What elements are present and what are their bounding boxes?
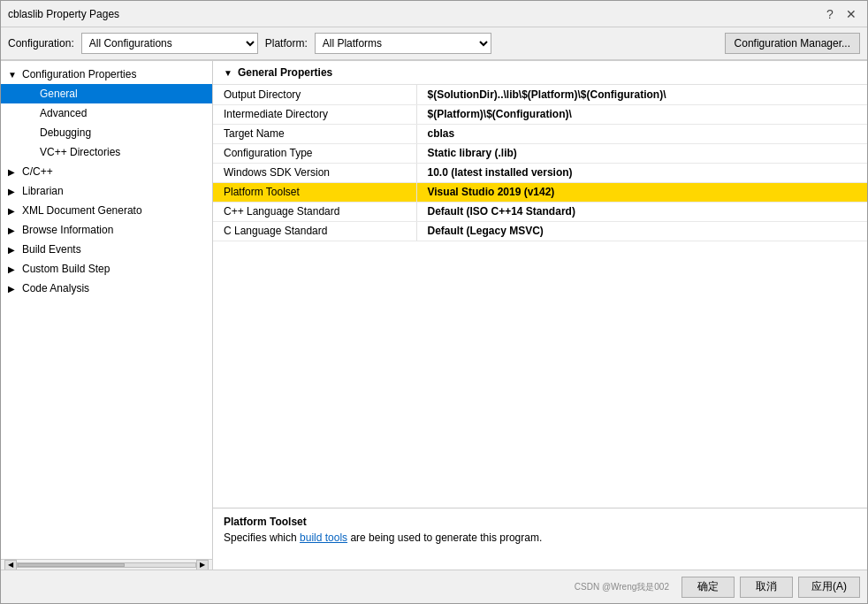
prop-value-target-name: cblas bbox=[416, 124, 867, 143]
scroll-track bbox=[17, 562, 196, 568]
bottom-bar: CSDN @Wreng我是002 确定 取消 应用(A) bbox=[1, 570, 867, 603]
left-panel: ▼ Configuration Properties GeneralAdvanc… bbox=[1, 61, 213, 570]
prop-label-config-type: Configuration Type bbox=[213, 143, 416, 163]
properties-area: ▼ General Properties Output Directory$(S… bbox=[213, 61, 867, 508]
tree-label-browse: Browse Information bbox=[22, 224, 113, 236]
tree-label-advanced: Advanced bbox=[40, 107, 87, 119]
root-arrow: ▼ bbox=[8, 70, 19, 80]
section-arrow: ▼ bbox=[224, 68, 232, 78]
toolbar-row: Configuration: All Configurations Platfo… bbox=[1, 27, 867, 60]
prop-value-config-type: Static library (.lib) bbox=[416, 143, 867, 163]
tree-item-advanced[interactable]: Advanced bbox=[1, 103, 212, 123]
tree-arrow-cpp: ▶ bbox=[8, 167, 19, 177]
tree-item-custom-build[interactable]: ▶Custom Build Step bbox=[1, 259, 212, 279]
tree-item-librarian[interactable]: ▶Librarian bbox=[1, 181, 212, 201]
configuration-select[interactable]: All Configurations bbox=[81, 33, 258, 54]
tree-arrow-custom-build: ▶ bbox=[8, 264, 19, 274]
prop-label-platform-toolset: Platform Toolset bbox=[213, 182, 416, 202]
platform-label: Platform: bbox=[265, 37, 308, 50]
tree-area: ▼ Configuration Properties GeneralAdvanc… bbox=[1, 61, 212, 559]
help-button[interactable]: ? bbox=[821, 5, 839, 23]
tree-item-debugging[interactable]: Debugging bbox=[1, 123, 212, 142]
tree-root[interactable]: ▼ Configuration Properties bbox=[1, 65, 212, 84]
config-label: Configuration: bbox=[8, 37, 74, 50]
title-bar-controls: ? ✕ bbox=[821, 5, 860, 23]
tree-scrollbar: ◀ ▶ bbox=[1, 559, 212, 570]
prop-value-output-dir: $(SolutionDir)..\lib\$(Platform)\$(Confi… bbox=[416, 85, 867, 104]
tree-item-xml-doc[interactable]: ▶XML Document Generato bbox=[1, 201, 212, 220]
prop-value-c-lang-std: Default (Legacy MSVC) bbox=[416, 221, 867, 241]
tree-item-general[interactable]: General bbox=[1, 84, 212, 103]
prop-row-target-name[interactable]: Target Namecblas bbox=[213, 124, 867, 143]
tree-label-build-events: Build Events bbox=[22, 243, 81, 256]
tree-label-general: General bbox=[40, 88, 78, 100]
description-panel: Platform Toolset Specifies which build t… bbox=[213, 508, 867, 570]
prop-label-c-lang-std: C Language Standard bbox=[213, 221, 416, 241]
cancel-button[interactable]: 取消 bbox=[740, 577, 793, 598]
tree-root-label: Configuration Properties bbox=[22, 68, 136, 80]
prop-value-platform-toolset: Visual Studio 2019 (v142) bbox=[416, 182, 867, 202]
tree-label-custom-build: Custom Build Step bbox=[22, 263, 110, 275]
tree-item-cpp[interactable]: ▶C/C++ bbox=[1, 162, 212, 181]
tree-arrow-librarian: ▶ bbox=[8, 187, 19, 196]
prop-label-output-dir: Output Directory bbox=[213, 85, 416, 104]
prop-row-cpp-lang-std[interactable]: C++ Language StandardDefault (ISO C++14 … bbox=[213, 202, 867, 221]
prop-row-c-lang-std[interactable]: C Language StandardDefault (Legacy MSVC) bbox=[213, 221, 867, 241]
title-bar: cblaslib Property Pages ? ✕ bbox=[1, 1, 867, 27]
ok-button[interactable]: 确定 bbox=[681, 577, 735, 598]
prop-value-cpp-lang-std: Default (ISO C++14 Standard) bbox=[416, 202, 867, 221]
tree-arrow-code-analysis: ▶ bbox=[8, 284, 19, 294]
scroll-left[interactable]: ◀ bbox=[4, 560, 17, 570]
prop-row-platform-toolset[interactable]: Platform ToolsetVisual Studio 2019 (v142… bbox=[213, 182, 867, 202]
tree-arrow-build-events: ▶ bbox=[8, 245, 19, 255]
tree-arrow-xml-doc: ▶ bbox=[8, 206, 19, 216]
properties-table: Output Directory$(SolutionDir)..\lib\$(P… bbox=[213, 85, 867, 241]
prop-row-output-dir[interactable]: Output Directory$(SolutionDir)..\lib\$(P… bbox=[213, 85, 867, 104]
prop-row-config-type[interactable]: Configuration TypeStatic library (.lib) bbox=[213, 143, 867, 163]
tree-item-browse[interactable]: ▶Browse Information bbox=[1, 220, 212, 240]
main-content: ▼ Configuration Properties GeneralAdvanc… bbox=[1, 60, 867, 570]
properties-section-header: ▼ General Properties bbox=[213, 61, 867, 85]
right-panel: ▼ General Properties Output Directory$(S… bbox=[213, 61, 867, 570]
tree-label-code-analysis: Code Analysis bbox=[22, 282, 89, 294]
config-manager-button[interactable]: Configuration Manager... bbox=[725, 33, 860, 54]
tree-item-code-analysis[interactable]: ▶Code Analysis bbox=[1, 279, 212, 298]
section-title: General Properties bbox=[238, 66, 332, 79]
build-tools-link[interactable]: build tools bbox=[300, 531, 347, 544]
prop-value-windows-sdk: 10.0 (latest installed version) bbox=[416, 163, 867, 182]
prop-value-intermediate-dir: $(Platform)\$(Configuration)\ bbox=[416, 104, 867, 124]
prop-label-windows-sdk: Windows SDK Version bbox=[213, 163, 416, 182]
tree-item-vc-directories[interactable]: VC++ Directories bbox=[1, 142, 212, 162]
prop-label-cpp-lang-std: C++ Language Standard bbox=[213, 202, 416, 221]
scroll-right[interactable]: ▶ bbox=[196, 560, 209, 570]
scroll-thumb[interactable] bbox=[18, 563, 125, 567]
prop-row-intermediate-dir[interactable]: Intermediate Directory$(Platform)\$(Conf… bbox=[213, 104, 867, 124]
property-pages-dialog: cblaslib Property Pages ? ✕ Configuratio… bbox=[0, 0, 868, 604]
description-title: Platform Toolset bbox=[224, 516, 857, 528]
tree-label-debugging: Debugging bbox=[40, 126, 91, 139]
prop-label-intermediate-dir: Intermediate Directory bbox=[213, 104, 416, 124]
description-text: Specifies which build tools are being us… bbox=[224, 531, 857, 544]
prop-row-windows-sdk[interactable]: Windows SDK Version10.0 (latest installe… bbox=[213, 163, 867, 182]
tree-label-xml-doc: XML Document Generato bbox=[22, 204, 142, 217]
platform-select[interactable]: All Platforms bbox=[315, 33, 491, 54]
tree-label-cpp: C/C++ bbox=[22, 165, 53, 178]
tree-label-librarian: Librarian bbox=[22, 185, 64, 197]
tree-label-vc-directories: VC++ Directories bbox=[40, 146, 120, 158]
prop-label-target-name: Target Name bbox=[213, 124, 416, 143]
close-button[interactable]: ✕ bbox=[842, 5, 860, 23]
apply-button[interactable]: 应用(A) bbox=[798, 577, 860, 598]
tree-item-build-events[interactable]: ▶Build Events bbox=[1, 240, 212, 259]
dialog-title: cblaslib Property Pages bbox=[8, 8, 119, 20]
tree-arrow-browse: ▶ bbox=[8, 226, 19, 235]
watermark: CSDN @Wreng我是002 bbox=[575, 581, 669, 593]
